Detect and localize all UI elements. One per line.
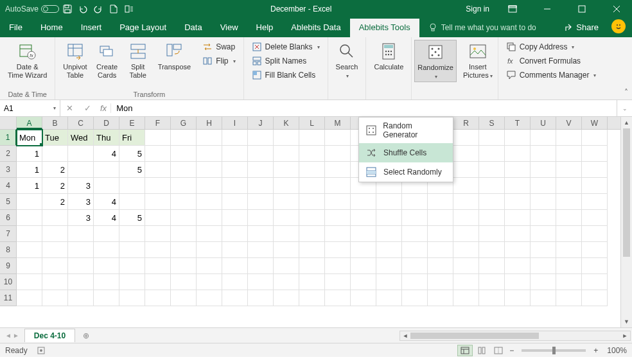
- cell[interactable]: [17, 210, 42, 226]
- maximize-button[interactable]: [570, 0, 593, 18]
- cell[interactable]: [402, 194, 428, 210]
- cell[interactable]: [325, 178, 351, 194]
- cell[interactable]: [197, 210, 222, 226]
- cell[interactable]: 5: [119, 210, 145, 226]
- scroll-right-icon[interactable]: ►: [620, 333, 630, 339]
- cell[interactable]: [197, 290, 222, 306]
- column-header[interactable]: R: [453, 117, 479, 129]
- cell[interactable]: Thu: [94, 130, 119, 146]
- cell[interactable]: [325, 258, 351, 274]
- cell[interactable]: [556, 210, 582, 226]
- cell[interactable]: [274, 162, 299, 178]
- cell[interactable]: [325, 210, 351, 226]
- cell[interactable]: [197, 162, 222, 178]
- save-icon[interactable]: [60, 2, 75, 16]
- formula-input[interactable]: Mon: [111, 100, 617, 116]
- cell[interactable]: [299, 290, 325, 306]
- cell[interactable]: [94, 274, 119, 290]
- cell[interactable]: [453, 226, 479, 242]
- cell[interactable]: [556, 194, 582, 210]
- cell[interactable]: [453, 146, 479, 162]
- cell[interactable]: [171, 162, 197, 178]
- row-header[interactable]: 10: [0, 274, 17, 290]
- cell[interactable]: [274, 226, 299, 242]
- cell[interactable]: 1: [17, 146, 42, 162]
- cell[interactable]: 2: [42, 178, 68, 194]
- cell[interactable]: [274, 258, 299, 274]
- feedback-smiley-icon[interactable]: [611, 19, 626, 33]
- enter-formula-icon[interactable]: ✓: [78, 103, 96, 113]
- cell[interactable]: 5: [119, 162, 145, 178]
- cell[interactable]: [145, 210, 171, 226]
- scroll-down-icon[interactable]: ▼: [621, 316, 632, 327]
- cell[interactable]: [479, 290, 505, 306]
- column-header[interactable]: C: [68, 117, 94, 129]
- cell[interactable]: [222, 258, 248, 274]
- cell[interactable]: [453, 210, 479, 226]
- cell[interactable]: [479, 178, 505, 194]
- cell[interactable]: [479, 210, 505, 226]
- cell[interactable]: [325, 242, 351, 258]
- cell[interactable]: [274, 242, 299, 258]
- swap-button[interactable]: Swap: [200, 40, 238, 54]
- cell[interactable]: [17, 242, 42, 258]
- cell[interactable]: [479, 258, 505, 274]
- cell[interactable]: [119, 178, 145, 194]
- horizontal-scrollbar[interactable]: ◄ ►: [399, 331, 631, 341]
- cell[interactable]: [171, 258, 197, 274]
- cell[interactable]: [505, 290, 531, 306]
- cell[interactable]: [453, 178, 479, 194]
- cell[interactable]: 3: [68, 178, 94, 194]
- cell[interactable]: [119, 258, 145, 274]
- cell[interactable]: [582, 178, 608, 194]
- cell[interactable]: [376, 210, 402, 226]
- cell[interactable]: 3: [68, 210, 94, 226]
- convert-formulas-button[interactable]: fx Convert Formulas: [504, 54, 599, 68]
- cell[interactable]: [453, 290, 479, 306]
- cell[interactable]: [248, 130, 274, 146]
- cell[interactable]: [428, 242, 453, 258]
- cell[interactable]: [248, 290, 274, 306]
- cell[interactable]: [376, 290, 402, 306]
- macro-record-icon[interactable]: [37, 346, 46, 355]
- row-header[interactable]: 8: [0, 242, 17, 258]
- tab-ablebits-data[interactable]: Ablebits Data: [282, 19, 349, 37]
- cell[interactable]: [556, 178, 582, 194]
- cell[interactable]: [505, 210, 531, 226]
- cell[interactable]: [42, 274, 68, 290]
- cell[interactable]: [222, 162, 248, 178]
- cell[interactable]: [428, 274, 453, 290]
- cell[interactable]: 5: [119, 146, 145, 162]
- cell[interactable]: [582, 226, 608, 242]
- cell[interactable]: 4: [94, 194, 119, 210]
- cell[interactable]: [299, 178, 325, 194]
- cell[interactable]: [145, 274, 171, 290]
- share-button[interactable]: Share: [554, 22, 608, 37]
- cell[interactable]: [145, 258, 171, 274]
- new-file-icon[interactable]: [107, 2, 121, 16]
- cell[interactable]: [145, 130, 171, 146]
- cell[interactable]: [248, 178, 274, 194]
- cell[interactable]: 1: [17, 162, 42, 178]
- cancel-formula-icon[interactable]: ✕: [60, 103, 78, 113]
- cell[interactable]: [556, 162, 582, 178]
- column-header[interactable]: E: [119, 117, 145, 129]
- cell[interactable]: [222, 194, 248, 210]
- cell[interactable]: [531, 242, 556, 258]
- cell[interactable]: [94, 258, 119, 274]
- cell[interactable]: [351, 290, 376, 306]
- cell[interactable]: 2: [42, 194, 68, 210]
- cell[interactable]: [248, 146, 274, 162]
- cell[interactable]: [479, 226, 505, 242]
- cell[interactable]: [145, 226, 171, 242]
- cell[interactable]: [325, 290, 351, 306]
- column-header[interactable]: K: [274, 117, 299, 129]
- close-button[interactable]: [605, 0, 628, 18]
- cell[interactable]: [94, 290, 119, 306]
- cell[interactable]: [94, 162, 119, 178]
- cell[interactable]: [197, 130, 222, 146]
- cell[interactable]: [197, 258, 222, 274]
- cell[interactable]: Mon: [17, 130, 42, 146]
- cell[interactable]: [531, 226, 556, 242]
- cell[interactable]: [582, 194, 608, 210]
